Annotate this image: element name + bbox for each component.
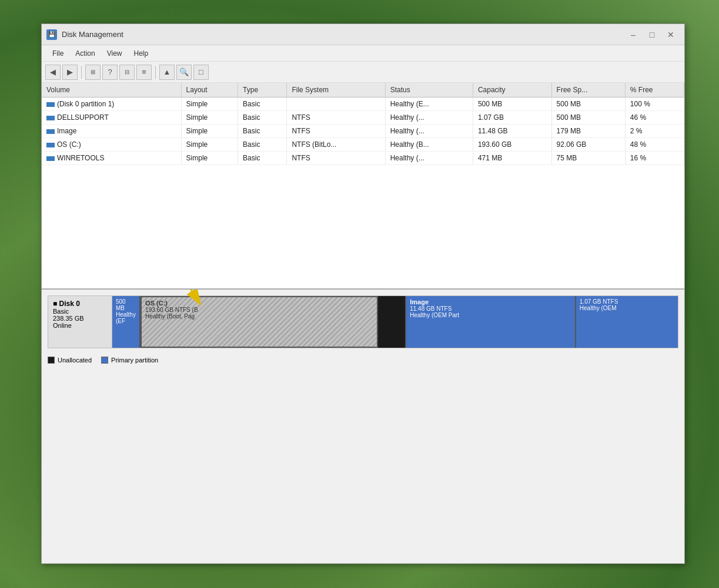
toolbar-btn-4[interactable]: ≡ bbox=[136, 65, 152, 80]
menu-file[interactable]: File bbox=[46, 47, 69, 60]
partition-0[interactable]: 500 MB Healthy (EF bbox=[112, 296, 141, 348]
disk-size: 238.35 GB bbox=[53, 315, 107, 322]
row-icon bbox=[46, 116, 55, 120]
cell-status: Healthy (... bbox=[385, 111, 473, 125]
disk-area: ■ Disk 0 Basic 238.35 GB Online 500 MB H… bbox=[42, 288, 684, 563]
cell-status: Healthy (... bbox=[385, 125, 473, 138]
cell-volume: Image bbox=[42, 125, 181, 138]
partition-0-status: Healthy (EF bbox=[116, 311, 136, 324]
disk-partitions: 500 MB Healthy (EF OS (C:) 193.60 GB NTF… bbox=[112, 295, 678, 348]
partition-os[interactable]: OS (C:) 193.60 GB NTFS (B Healthy (Boot,… bbox=[141, 296, 378, 348]
cell-capacity: 1.07 GB bbox=[473, 111, 551, 125]
menu-help[interactable]: Help bbox=[128, 47, 155, 60]
toolbar-separator-2 bbox=[155, 66, 156, 79]
cell-free: 75 MB bbox=[551, 152, 625, 165]
partition-image-detail: 11.48 GB NTFS bbox=[410, 305, 571, 312]
maximize-button[interactable]: □ bbox=[643, 27, 661, 42]
cell-free: 92.06 GB bbox=[551, 138, 625, 152]
toolbar-btn-7[interactable]: □ bbox=[193, 65, 209, 80]
cell-status: Healthy (B... bbox=[385, 138, 473, 152]
col-capacity[interactable]: Capacity bbox=[473, 83, 551, 98]
cell-fs: NTFS bbox=[287, 125, 385, 138]
cell-pct: 48 % bbox=[625, 138, 684, 152]
cell-free: 500 MB bbox=[551, 111, 625, 125]
volumes-table-area: Volume Layout Type File System Status Ca… bbox=[42, 83, 684, 288]
disk-management-window: 💾 Disk Management – □ ✕ File Action View… bbox=[41, 23, 685, 564]
toolbar-separator-1 bbox=[81, 66, 82, 79]
partition-dell-status: Healthy (OEM bbox=[580, 305, 674, 311]
cell-volume: WINRETOOLS bbox=[42, 152, 181, 165]
cell-volume: DELLSUPPORT bbox=[42, 111, 181, 125]
disk-status: Online bbox=[53, 322, 107, 329]
menu-view[interactable]: View bbox=[101, 47, 128, 60]
table-row[interactable]: WINRETOOLS Simple Basic NTFS Healthy (..… bbox=[42, 152, 684, 165]
disk-type: Basic bbox=[53, 308, 107, 315]
cell-fs: NTFS bbox=[287, 152, 385, 165]
cell-free: 500 MB bbox=[551, 98, 625, 111]
legend-primary-box bbox=[101, 357, 108, 364]
minimize-button[interactable]: – bbox=[624, 27, 642, 42]
forward-button[interactable]: ▶ bbox=[62, 65, 78, 80]
toolbar: ◀ ▶ ⊞ ? ⊟ ≡ ▲ 🔍 □ bbox=[42, 62, 684, 83]
cell-fs bbox=[287, 98, 385, 111]
toolbar-btn-3[interactable]: ⊟ bbox=[119, 65, 135, 80]
cell-type: Basic bbox=[238, 125, 287, 138]
row-icon bbox=[46, 129, 55, 134]
cell-capacity: 11.48 GB bbox=[473, 125, 551, 138]
cell-volume: OS (C:) bbox=[42, 138, 181, 152]
cell-pct: 2 % bbox=[625, 125, 684, 138]
cell-capacity: 193.60 GB bbox=[473, 138, 551, 152]
disk-legend: Unallocated Primary partition bbox=[48, 353, 678, 364]
disk-row-0: ■ Disk 0 Basic 238.35 GB Online 500 MB H… bbox=[48, 295, 678, 348]
cell-status: Healthy (... bbox=[385, 152, 473, 165]
cell-status: Healthy (E... bbox=[385, 98, 473, 111]
cell-pct: 16 % bbox=[625, 152, 684, 165]
partition-os-name: OS (C:) bbox=[145, 300, 373, 307]
table-row[interactable]: (Disk 0 partition 1) Simple Basic Health… bbox=[42, 98, 684, 111]
row-icon bbox=[46, 156, 55, 161]
col-free[interactable]: Free Sp... bbox=[551, 83, 625, 98]
toolbar-btn-2[interactable]: ? bbox=[102, 65, 118, 80]
col-type[interactable]: Type bbox=[238, 83, 287, 98]
cell-fs: NTFS (BitLo... bbox=[287, 138, 385, 152]
close-button[interactable]: ✕ bbox=[662, 27, 680, 42]
cell-layout: Simple bbox=[181, 111, 238, 125]
col-pct[interactable]: % Free bbox=[625, 83, 684, 98]
cell-capacity: 500 MB bbox=[473, 98, 551, 111]
partition-unalloc[interactable] bbox=[378, 296, 406, 348]
col-filesystem[interactable]: File System bbox=[287, 83, 385, 98]
toolbar-btn-6[interactable]: 🔍 bbox=[176, 65, 192, 80]
toolbar-btn-1[interactable]: ⊞ bbox=[85, 65, 101, 80]
menu-bar: File Action View Help bbox=[42, 45, 684, 62]
table-row[interactable]: OS (C:) Simple Basic NTFS (BitLo... Heal… bbox=[42, 138, 684, 152]
cell-type: Basic bbox=[238, 98, 287, 111]
volumes-table: Volume Layout Type File System Status Ca… bbox=[42, 83, 684, 165]
cell-free: 179 MB bbox=[551, 125, 625, 138]
partition-image-name: Image bbox=[410, 298, 571, 305]
legend-primary-label: Primary partition bbox=[111, 357, 158, 364]
cell-layout: Simple bbox=[181, 138, 238, 152]
cell-layout: Simple bbox=[181, 98, 238, 111]
title-bar: 💾 Disk Management – □ ✕ bbox=[42, 24, 684, 45]
cell-volume: (Disk 0 partition 1) bbox=[42, 98, 181, 111]
partition-os-status: Healthy (Boot, Pag bbox=[145, 313, 373, 320]
table-row[interactable]: DELLSUPPORT Simple Basic NTFS Healthy (.… bbox=[42, 111, 684, 125]
partition-0-size: 500 MB bbox=[116, 298, 136, 311]
partition-image[interactable]: Image 11.48 GB NTFS Healthy (OEM Part bbox=[406, 296, 576, 348]
title-bar-controls: – □ ✕ bbox=[624, 27, 680, 42]
table-header-row: Volume Layout Type File System Status Ca… bbox=[42, 83, 684, 98]
cell-layout: Simple bbox=[181, 152, 238, 165]
back-button[interactable]: ◀ bbox=[45, 65, 61, 80]
cell-type: Basic bbox=[238, 111, 287, 125]
partition-dell[interactable]: 1.07 GB NTFS Healthy (OEM bbox=[576, 296, 678, 348]
col-status[interactable]: Status bbox=[385, 83, 473, 98]
legend-unallocated: Unallocated bbox=[48, 357, 92, 364]
table-row[interactable]: Image Simple Basic NTFS Healthy (... 11.… bbox=[42, 125, 684, 138]
col-layout[interactable]: Layout bbox=[181, 83, 238, 98]
toolbar-btn-5[interactable]: ▲ bbox=[159, 65, 175, 80]
col-volume[interactable]: Volume bbox=[42, 83, 181, 98]
partition-os-detail: 193.60 GB NTFS (B bbox=[145, 307, 373, 313]
legend-unalloc-label: Unallocated bbox=[58, 357, 92, 364]
menu-action[interactable]: Action bbox=[69, 47, 101, 60]
window-title: Disk Management bbox=[62, 30, 624, 39]
